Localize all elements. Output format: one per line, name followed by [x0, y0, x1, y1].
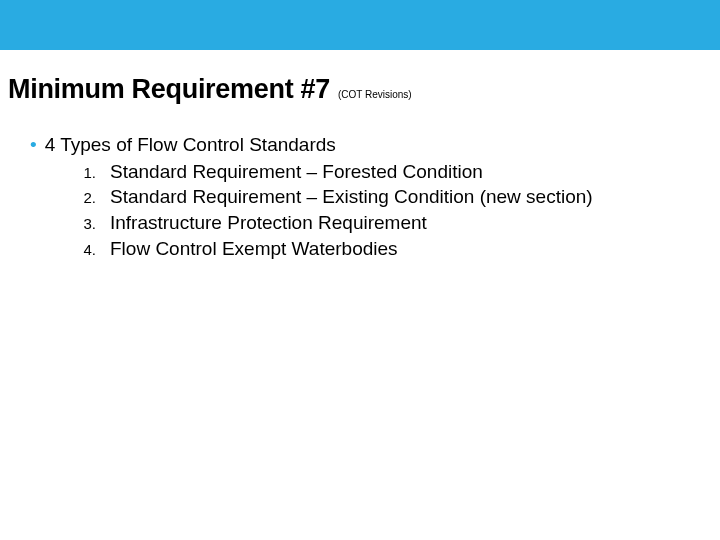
- lead-bullet-text: 4 Types of Flow Control Standards: [45, 133, 690, 158]
- list-item-number: 1.: [64, 163, 96, 183]
- slide-body: • 4 Types of Flow Control Standards 1. S…: [0, 105, 720, 261]
- slide-subtitle: (COT Revisions): [338, 89, 412, 100]
- title-row: Minimum Requirement #7 (COT Revisions): [0, 74, 720, 105]
- list-item-text: Standard Requirement – Forested Conditio…: [110, 160, 690, 185]
- list-item-number: 3.: [64, 214, 96, 234]
- list-item-number: 4.: [64, 240, 96, 260]
- list-item-number: 2.: [64, 188, 96, 208]
- lead-bullet: • 4 Types of Flow Control Standards: [30, 133, 690, 158]
- list-item: 3. Infrastructure Protection Requirement: [64, 211, 690, 236]
- bullet-marker-icon: •: [30, 133, 37, 158]
- slide-content: Minimum Requirement #7 (COT Revisions) •…: [0, 50, 720, 261]
- slide-title: Minimum Requirement #7: [8, 74, 330, 105]
- numbered-list: 1. Standard Requirement – Forested Condi…: [30, 158, 690, 262]
- list-item-text: Flow Control Exempt Waterbodies: [110, 237, 690, 262]
- list-item: 2. Standard Requirement – Existing Condi…: [64, 185, 690, 210]
- list-item-text: Standard Requirement – Existing Conditio…: [110, 185, 690, 210]
- list-item-text: Infrastructure Protection Requirement: [110, 211, 690, 236]
- top-banner: [0, 0, 720, 50]
- list-item: 4. Flow Control Exempt Waterbodies: [64, 237, 690, 262]
- list-item: 1. Standard Requirement – Forested Condi…: [64, 160, 690, 185]
